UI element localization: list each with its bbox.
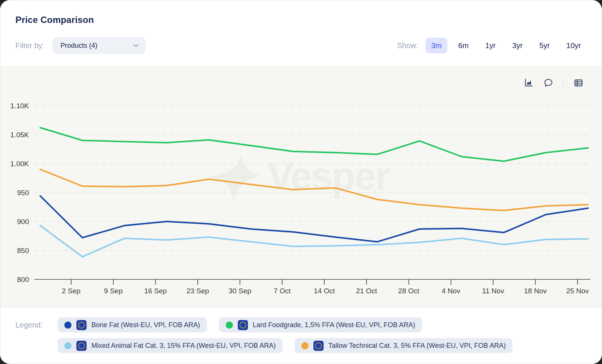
range-button-1yr[interactable]: 1yr [480,38,502,53]
x-axis-label-2 Sep: 2 Sep [62,287,81,295]
range-button-5yr[interactable]: 5yr [534,38,555,53]
legend-color-dot [64,342,71,349]
eu-flag-icon [238,320,248,330]
comment-icon[interactable] [543,78,553,88]
legend-item-1[interactable]: Lard Foodgrade, 1,5% FFA (West-EU, VPI, … [219,317,422,332]
range-buttons: 3m6m1yr3yr5yr10yr [426,38,587,53]
controls-row: Filter by: Products (4) Show: 3m6m1yr3yr… [15,37,587,54]
show-label: Show: [397,41,418,50]
legend-item-2[interactable]: Mixed Animal Fat Cat. 3, 15% FFA (West-E… [58,338,283,353]
y-axis-label-1.05K: 1.05K [10,131,29,139]
legend-pills: Bone Fat (West-EU, VPI, FOB ARA)Lard Foo… [58,317,591,353]
page-title: Price Comparison [15,15,94,25]
products-filter-dropdown[interactable]: Products (4) [53,37,145,54]
eu-flag-icon [76,320,87,330]
y-axis-label-800: 800 [17,276,29,284]
y-axis-label-1.10K: 1.10K [10,102,29,110]
x-axis-label-14 Oct: 14 Oct [314,287,335,295]
x-axis-label-25 Nov: 25 Nov [566,287,589,295]
area-chart-icon[interactable] [524,78,534,88]
price-comparison-card: Price Comparison Filter by: Products (4)… [0,0,602,364]
legend-label: Legend: [15,317,58,332]
price-chart: 1.10K1.05K1.00K9509008508002 Sep9 Sep16 … [0,67,602,307]
x-axis-label-28 Oct: 28 Oct [398,287,420,295]
chart-panel: Vesper 1.10K1.05K1.00K9509008508002 Sep9… [0,67,602,307]
x-axis-label-9 Sep: 9 Sep [104,287,123,295]
range-button-6m[interactable]: 6m [453,38,474,53]
x-axis-label-7 Oct: 7 Oct [274,287,291,295]
y-axis-label-950: 950 [17,189,29,197]
series-line-Tallow Technical Cat. 3, 5% FFA (West-EU, VPI, FOB ARA) [40,169,588,210]
x-axis-label-30 Sep: 30 Sep [229,287,251,295]
x-axis-label-4 Nov: 4 Nov [442,287,461,295]
legend-section: Legend: Bone Fat (West-EU, VPI, FOB ARA)… [15,317,591,353]
legend-item-label: Tallow Technical Cat. 3, 5% FFA (West-EU… [328,342,506,350]
legend-item-3[interactable]: Tallow Technical Cat. 3, 5% FFA (West-EU… [295,338,513,353]
x-axis-label-23 Sep: 23 Sep [186,287,209,295]
legend-item-0[interactable]: Bone Fat (West-EU, VPI, FOB ARA) [58,317,207,332]
legend-item-label: Mixed Animal Fat Cat. 3, 15% FFA (West-E… [91,342,276,350]
products-filter-value: Products (4) [61,42,97,50]
chevron-down-icon [133,44,139,47]
eu-flag-icon [313,341,324,351]
legend-color-dot [226,322,233,329]
x-axis-label-18 Nov: 18 Nov [524,287,547,295]
series-line-Mixed Animal Fat Cat. 3, 15% FFA (West-EU, VPI, FOB ARA) [40,226,588,257]
legend-color-dot [64,322,71,329]
chart-toolbar [524,77,584,88]
filter-by-label: Filter by: [15,41,44,50]
x-axis-label-21 Oct: 21 Oct [356,287,377,295]
series-line-Bone Fat (West-EU, VPI, FOB ARA) [40,196,588,242]
range-button-3yr[interactable]: 3yr [507,38,529,53]
y-axis-label-850: 850 [17,247,29,255]
table-icon[interactable] [573,78,584,88]
x-axis-label-11 Nov: 11 Nov [482,287,504,295]
series-line-Lard Foodgrade, 1,5% FFA (West-EU, VPI, FOB ARA) [40,128,588,161]
legend-color-dot [301,342,309,349]
range-selector: Show: 3m6m1yr3yr5yr10yr [397,38,587,53]
y-axis-label-1.00K: 1.00K [10,160,29,168]
legend-item-label: Bone Fat (West-EU, VPI, FOB ARA) [91,321,200,329]
eu-flag-icon [76,341,87,351]
legend-item-label: Lard Foodgrade, 1,5% FFA (West-EU, VPI, … [253,321,415,329]
toolbar-divider [563,77,564,88]
filter-group: Filter by: Products (4) [15,37,145,54]
range-button-10yr[interactable]: 10yr [561,38,587,53]
x-axis-label-16 Sep: 16 Sep [144,287,167,295]
range-button-3m[interactable]: 3m [426,38,447,53]
y-axis-label-900: 900 [17,218,29,226]
